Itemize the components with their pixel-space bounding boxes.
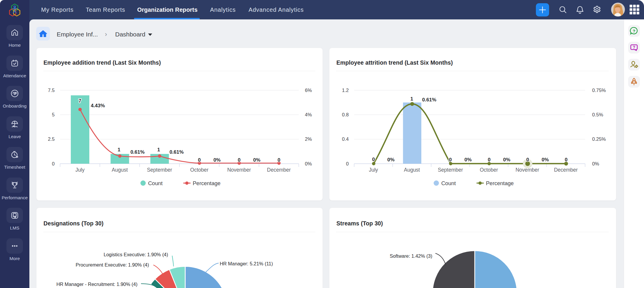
svg-text:0.8: 0.8 bbox=[342, 112, 349, 117]
svg-text:0%: 0% bbox=[387, 157, 395, 163]
svg-text:1.2: 1.2 bbox=[342, 88, 349, 93]
svg-text:4.43%: 4.43% bbox=[91, 103, 105, 108]
svg-text:Software: 1.42% (3): Software: 1.42% (3) bbox=[390, 253, 432, 259]
svg-text:Percentage: Percentage bbox=[486, 180, 514, 186]
svg-text:September: September bbox=[438, 167, 463, 173]
svg-text:5: 5 bbox=[52, 112, 55, 117]
svg-text:0: 0 bbox=[449, 157, 452, 163]
svg-text:0%: 0% bbox=[592, 161, 599, 166]
svg-text:0: 0 bbox=[488, 157, 490, 163]
svg-text:?: ? bbox=[633, 29, 635, 34]
svg-text:?: ? bbox=[633, 45, 635, 50]
svg-text:0%: 0% bbox=[213, 157, 221, 163]
svg-text:0: 0 bbox=[526, 157, 529, 163]
svg-text:0%: 0% bbox=[542, 157, 549, 163]
svg-text:September: September bbox=[147, 167, 172, 173]
svg-text:0: 0 bbox=[565, 157, 567, 163]
svg-text:Count: Count bbox=[148, 180, 162, 186]
svg-text:December: December bbox=[267, 167, 291, 173]
svg-text:December: December bbox=[554, 167, 578, 173]
svg-text:HR Manager - Recruitment: 1.90: HR Manager - Recruitment: 1.90% (4) bbox=[56, 282, 137, 287]
svg-text:0.4: 0.4 bbox=[342, 136, 349, 142]
svg-text:0.61%: 0.61% bbox=[422, 97, 436, 103]
svg-text:August: August bbox=[112, 167, 128, 173]
svg-text:1: 1 bbox=[410, 96, 413, 102]
svg-text:October: October bbox=[190, 167, 208, 173]
svg-text:0: 0 bbox=[52, 161, 55, 166]
svg-text:October: October bbox=[480, 167, 498, 173]
svg-text:1: 1 bbox=[118, 147, 120, 153]
svg-text:2%: 2% bbox=[305, 136, 312, 142]
svg-text:July: July bbox=[369, 167, 378, 173]
svg-text:Percentage: Percentage bbox=[193, 180, 221, 186]
svg-text:6%: 6% bbox=[305, 88, 312, 93]
svg-text:0%: 0% bbox=[464, 157, 472, 163]
svg-text:0.25%: 0.25% bbox=[592, 136, 606, 142]
svg-text:0: 0 bbox=[346, 161, 349, 166]
svg-text:0: 0 bbox=[278, 157, 280, 163]
svg-text:0.61%: 0.61% bbox=[130, 149, 145, 155]
svg-text:July: July bbox=[76, 167, 85, 173]
svg-text:4%: 4% bbox=[305, 112, 312, 117]
svg-text:0: 0 bbox=[238, 157, 240, 163]
svg-text:7.5: 7.5 bbox=[48, 88, 55, 93]
svg-text:0.5%: 0.5% bbox=[592, 112, 603, 117]
svg-text:0%: 0% bbox=[503, 157, 511, 163]
svg-text:0: 0 bbox=[372, 157, 375, 162]
svg-text:2.5: 2.5 bbox=[48, 136, 55, 142]
svg-text:Procurement Executive: 1.90% (: Procurement Executive: 1.90% (4) bbox=[76, 262, 149, 267]
svg-text:0.61%: 0.61% bbox=[170, 149, 184, 155]
svg-text:0%: 0% bbox=[253, 157, 261, 163]
svg-text:0%: 0% bbox=[305, 161, 312, 166]
svg-text:Logistics Executive: 1.90% (4): Logistics Executive: 1.90% (4) bbox=[104, 252, 168, 257]
svg-text:7: 7 bbox=[78, 98, 81, 104]
svg-text:August: August bbox=[404, 167, 420, 173]
svg-text:Count: Count bbox=[441, 180, 456, 186]
svg-text:1: 1 bbox=[157, 147, 160, 153]
svg-text:0: 0 bbox=[198, 157, 201, 163]
svg-text:November: November bbox=[227, 167, 251, 173]
svg-text:HR Manager: 5.21% (11): HR Manager: 5.21% (11) bbox=[220, 261, 273, 266]
svg-text:0.75%: 0.75% bbox=[592, 88, 606, 93]
